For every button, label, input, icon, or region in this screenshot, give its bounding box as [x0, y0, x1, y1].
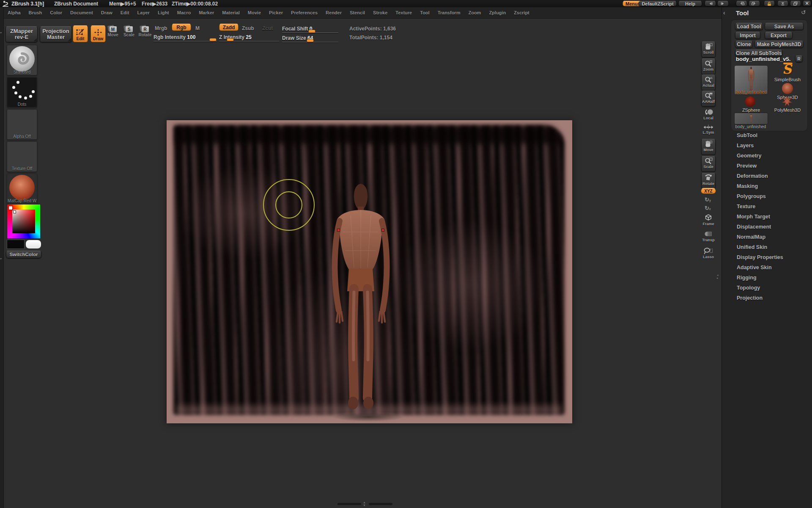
help-button[interactable]: Help	[678, 1, 702, 6]
dock-panel-left-button[interactable]	[736, 1, 747, 6]
bottom-tray-bar-right[interactable]	[369, 503, 392, 505]
minimize-button[interactable]	[777, 1, 788, 6]
shelf-xyz-toggle[interactable]: XYZ	[701, 188, 716, 194]
make-polymesh3d-button[interactable]: Make PolyMesh3D	[754, 41, 804, 48]
shelf-zoom-button[interactable]: Zoom	[701, 58, 716, 75]
shelf-rotate-button[interactable]: Rotate	[701, 173, 716, 189]
focal-shift-slider[interactable]: Focal Shift 0	[282, 25, 338, 33]
tool-r-button[interactable]: R	[795, 55, 803, 62]
menu-texture[interactable]: Texture	[395, 10, 412, 15]
bottom-tray-handle[interactable]: ▲ ▼	[363, 501, 366, 507]
shelf-frame-button[interactable]: Frame	[701, 213, 716, 226]
menu-zscript[interactable]: Zscript	[514, 10, 529, 15]
current-material-thumbnail[interactable]: MatCap Red W	[7, 174, 37, 204]
save-as-button[interactable]: Save As	[765, 23, 804, 30]
close-button[interactable]: ✕	[803, 1, 811, 6]
menu-movie[interactable]: Movie	[248, 10, 261, 15]
menu-edit[interactable]: Edit	[121, 10, 129, 15]
draw-size-slider[interactable]: Draw Size 64	[282, 34, 338, 42]
menu-marker[interactable]: Marker	[199, 10, 214, 15]
secondary-color-swatch[interactable]	[25, 240, 41, 249]
z-intensity-slider[interactable]: Z Intensity 25	[219, 33, 279, 41]
recent-tool-label[interactable]: body_unfinished	[733, 124, 768, 129]
menu-zoom[interactable]: Zoom	[468, 10, 481, 15]
current-texture-thumbnail[interactable]: Texture Off	[7, 141, 37, 172]
zadd-toggle[interactable]: Zadd	[219, 24, 239, 31]
section-geometry[interactable]: Geometry	[737, 153, 783, 159]
shelf-aahalf-button[interactable]: AAHalf	[701, 91, 716, 107]
section-rigging[interactable]: Rigging	[737, 275, 783, 281]
canvas-document[interactable]	[167, 120, 572, 423]
menu-draw[interactable]: Draw	[101, 10, 112, 15]
switch-color-button[interactable]: SwitchColor	[6, 251, 41, 258]
bottom-tray-bar-left[interactable]	[337, 503, 361, 505]
section-preview[interactable]: Preview	[737, 163, 783, 169]
polymesh3d-icon[interactable]	[782, 96, 793, 107]
clone-button[interactable]: Clone	[735, 41, 753, 48]
section-deformation[interactable]: Deformation	[737, 174, 783, 179]
projection-master-button[interactable]: Projection Master	[40, 26, 72, 42]
focal-shift-handle[interactable]	[308, 30, 315, 33]
menu-document[interactable]: Document	[70, 10, 93, 15]
simplebrush-label[interactable]: SimpleBrush	[771, 77, 804, 82]
menu-layer[interactable]: Layer	[137, 10, 150, 15]
panel-reset-icon[interactable]: ↻	[801, 9, 806, 16]
shelf-rot-z-toggle[interactable]: ↻z	[705, 204, 710, 212]
section-layers[interactable]: Layers	[737, 143, 783, 149]
shelf-rot-y-toggle[interactable]: ↻y	[705, 196, 711, 203]
shelf-lasso-button[interactable]: Lasso	[701, 247, 716, 259]
section-texture[interactable]: Texture	[737, 204, 783, 210]
zmapper-button[interactable]: ZMapper rev-E	[5, 26, 38, 42]
shelf-actual-button[interactable]: x1 Actual	[701, 75, 716, 91]
menu-zplugin[interactable]: Zplugin	[489, 10, 506, 15]
left-tray-divider[interactable]: ▸ ▸	[0, 7, 4, 508]
menu-macro[interactable]: Macro	[177, 10, 191, 15]
tray-expand-right-button[interactable]	[717, 1, 729, 6]
draw-mode-button[interactable]: Draw	[91, 25, 106, 42]
simplebrush-icon[interactable]: S	[782, 64, 792, 75]
sphere3d-icon[interactable]	[782, 83, 793, 94]
import-button[interactable]: Import	[735, 32, 760, 39]
rgb-intensity-handle[interactable]	[209, 38, 217, 41]
menu-tool[interactable]: Tool	[420, 10, 429, 15]
section-topology[interactable]: Topology	[737, 285, 783, 291]
right-tray-divider[interactable]: ◂ ▸	[717, 273, 719, 279]
section-masking[interactable]: Masking	[737, 184, 783, 189]
section-projection[interactable]: Projection	[737, 295, 783, 301]
menu-preferences[interactable]: Preferences	[291, 10, 318, 15]
shelf-lsym-button[interactable]: L.Sym	[701, 124, 716, 135]
menu-color[interactable]: Color	[50, 10, 62, 15]
current-brush-thumbnail[interactable]: Standard	[7, 45, 37, 75]
dock-panel-right-button[interactable]	[749, 1, 760, 6]
scale-mode-button[interactable]: S Scale	[122, 26, 136, 37]
restore-button[interactable]	[790, 1, 801, 6]
menu-alpha[interactable]: Alpha	[8, 10, 21, 15]
section-subtool[interactable]: SubTool	[737, 133, 783, 138]
current-alpha-thumbnail[interactable]: Alpha Off	[7, 109, 37, 140]
mrgb-toggle[interactable]: Mrgb	[155, 25, 167, 31]
shelf-move-button[interactable]: Move	[701, 139, 716, 155]
menu-light[interactable]: Light	[158, 10, 169, 15]
zsphere-label[interactable]: ZSphere	[734, 108, 768, 113]
zcut-toggle[interactable]: Zcut	[262, 25, 273, 31]
menu-picker[interactable]: Picker	[269, 10, 283, 15]
menu-stroke[interactable]: Stroke	[373, 10, 387, 15]
shelf-scroll-button[interactable]: Scroll	[701, 41, 716, 58]
menu-brush[interactable]: Brush	[29, 10, 42, 15]
section-display-properties[interactable]: Display Properties	[737, 255, 783, 260]
active-tool-thumbnail[interactable]: body_unfinished	[734, 65, 768, 95]
menu-render[interactable]: Render	[326, 10, 342, 15]
section-polygroups[interactable]: Polygroups	[737, 194, 783, 199]
shelf-scale-button[interactable]: Scale	[701, 156, 716, 172]
section-displacement[interactable]: Displacement	[737, 224, 783, 230]
rgb-toggle[interactable]: Rgb	[172, 24, 191, 31]
primary-color-swatch[interactable]	[7, 240, 25, 249]
load-tool-button[interactable]: Load Tool	[735, 23, 763, 30]
menu-material[interactable]: Material	[222, 10, 240, 15]
section-adaptive-skin[interactable]: Adaptive Skin	[737, 265, 783, 271]
menu-transform[interactable]: Transform	[438, 10, 461, 15]
z-intensity-handle[interactable]	[227, 38, 234, 41]
recent-tool-thumbnail[interactable]	[734, 113, 768, 124]
model-body-unfinished[interactable]	[327, 182, 395, 413]
current-tool-name[interactable]: body_unfinished_v5.	[736, 56, 790, 62]
